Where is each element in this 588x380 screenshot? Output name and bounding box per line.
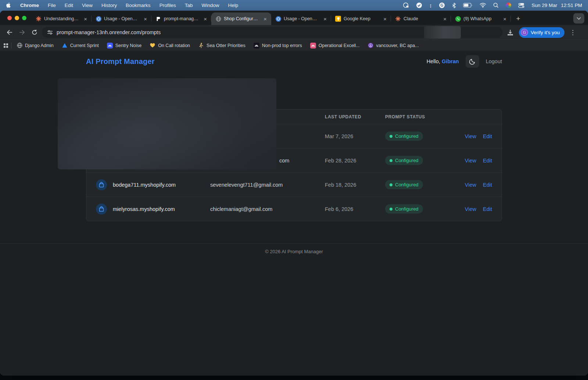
zoom-window-button[interactable] (22, 16, 26, 20)
verify-its-you-button[interactable]: G Verify it's you (519, 27, 564, 38)
last-updated: Mar 7, 2026 (325, 133, 385, 139)
bookmark-on-call-rotation[interactable]: On Call rotation (150, 43, 190, 49)
menu-file[interactable]: File (48, 3, 56, 8)
edit-link[interactable]: Edit (483, 206, 492, 212)
tab-shop-configurations-active[interactable]: Shop Configurations × (211, 12, 271, 25)
tab-understanding-dags[interactable]: Understanding DAGs × (32, 12, 92, 25)
vpn-lock-icon[interactable] (403, 2, 409, 9)
view-link[interactable]: View (465, 158, 476, 164)
menu-help[interactable]: Help (228, 3, 238, 8)
logout-link[interactable]: Logout (486, 58, 502, 64)
bookmark-sentry-noise[interactable]: Sentry Noise (107, 43, 142, 49)
running-person-icon (198, 43, 204, 49)
download-icon[interactable] (505, 27, 515, 37)
bookmark-vancouver-bc[interactable]: vancouver, BC apa... (368, 43, 419, 49)
sentry-dark-icon (254, 43, 259, 49)
shop-email: chiclemaniagt@gmail.com (210, 206, 325, 212)
tab-google-keep[interactable]: Google Keep × (331, 12, 391, 25)
openai-icon (275, 16, 281, 22)
close-tab-icon[interactable]: × (382, 16, 388, 22)
menu-bookmarks[interactable]: Bookmarks (126, 3, 151, 8)
view-link[interactable]: View (465, 206, 476, 212)
tab-whatsapp[interactable]: (9) WhatsApp × (451, 12, 511, 25)
browser-toolbar: prompt-manager-13nh.onrender.com/prompts… (0, 25, 588, 40)
tab-claude[interactable]: Claude × (391, 12, 451, 25)
edit-link[interactable]: Edit (483, 133, 492, 139)
avatar: G (521, 29, 528, 36)
updown-arrows-icon[interactable]: ↕ (429, 2, 432, 9)
g-app-icon[interactable]: G (439, 2, 445, 9)
tab-strip: Understanding DAGs × Usage - OpenAI API … (0, 11, 588, 25)
apps-grid-icon[interactable] (4, 43, 8, 48)
url-text: prompt-manager-13nh.onrender.com/prompts (57, 29, 161, 35)
greeting-text: Hello, Gibran (427, 58, 459, 64)
menu-history[interactable]: History (101, 3, 117, 8)
url-address-bar[interactable]: prompt-manager-13nh.onrender.com/prompts (42, 27, 503, 38)
close-window-button[interactable] (7, 16, 12, 20)
close-tab-icon[interactable]: × (202, 16, 208, 22)
reload-button[interactable] (29, 27, 40, 37)
new-tab-button[interactable]: + (513, 14, 523, 24)
close-tab-icon[interactable]: × (262, 16, 268, 22)
status-badge: Configured (385, 180, 423, 189)
menu-window[interactable]: Window (201, 3, 219, 8)
close-tab-icon[interactable]: × (82, 16, 89, 22)
tab-openai-usage-1[interactable]: Usage - OpenAI API × (92, 12, 151, 25)
status-badge: Configured (385, 204, 423, 214)
browser-menu-icon[interactable]: ⋮ (568, 29, 577, 36)
app-header: AI Prompt Manager Hello, Gibran Logout (86, 51, 502, 72)
spotlight-search-icon[interactable] (493, 2, 499, 9)
battery-icon[interactable] (463, 2, 473, 9)
menubar-clock[interactable]: Sun 29 Mar12:51 PM (531, 3, 582, 8)
view-link[interactable]: View (465, 133, 476, 139)
keep-bulb-icon (335, 16, 341, 22)
close-tab-icon[interactable]: × (142, 16, 148, 22)
bookmark-sea-otter-priorities[interactable]: Sea Otter Priorities (198, 43, 245, 49)
triangle-icon (62, 43, 68, 49)
menu-tab[interactable]: Tab (185, 3, 193, 8)
edit-link[interactable]: Edit (483, 182, 492, 188)
close-tab-icon[interactable]: × (442, 16, 448, 22)
edit-link[interactable]: Edit (483, 158, 492, 164)
moon-icon (469, 58, 476, 65)
divider (11, 43, 11, 49)
bookmark-django-admin[interactable]: Django Admin (17, 43, 54, 49)
site-settings-icon[interactable] (47, 30, 53, 35)
back-button[interactable] (4, 27, 15, 37)
forward-button[interactable] (17, 27, 27, 37)
heart-icon (150, 43, 155, 49)
tab-prompt-manager[interactable]: prompt-manager · \ × (151, 12, 211, 25)
shop-domain: bodega711.myshopify.com (113, 182, 176, 188)
whatsapp-icon (455, 16, 461, 22)
shop-bag-icon (96, 204, 107, 215)
view-link[interactable]: View (465, 182, 476, 188)
bookmarks-bar: Django Admin Current Sprint Sentry Noise… (0, 40, 588, 51)
redacted-blur-region (58, 78, 276, 169)
dark-mode-toggle[interactable] (466, 55, 479, 68)
shop-email: sevenelevengt711@gmail.com (210, 182, 325, 188)
close-tab-icon[interactable]: × (502, 16, 508, 22)
menu-profiles[interactable]: Profiles (159, 3, 176, 8)
svg-text:G: G (441, 3, 444, 7)
menubar-app-name[interactable]: Chrome (20, 3, 39, 8)
bookmark-operational-excellence[interactable]: Operational Excell... (310, 43, 360, 49)
bookmark-current-sprint[interactable]: Current Sprint (62, 43, 99, 49)
control-center-icon[interactable] (518, 2, 524, 9)
apple-logo-icon[interactable] (6, 2, 11, 9)
last-updated: Feb 6, 2026 (325, 206, 385, 212)
wifi-icon[interactable] (480, 2, 486, 9)
check-circle-icon[interactable] (416, 2, 422, 9)
menu-view[interactable]: View (82, 3, 93, 8)
last-updated: Feb 18, 2026 (325, 182, 385, 188)
menu-edit[interactable]: Edit (65, 3, 73, 8)
profile-color-icon[interactable] (506, 3, 511, 8)
bluetooth-icon[interactable] (452, 2, 456, 9)
bookmark-non-prod-top-errors[interactable]: Non-prod top errors (254, 43, 302, 49)
peace-icon (368, 43, 374, 49)
close-tab-icon[interactable]: × (322, 16, 328, 22)
shop-bag-icon (96, 179, 107, 190)
minimize-window-button[interactable] (15, 16, 19, 20)
tab-openai-usage-2[interactable]: Usage - OpenAI API × (271, 12, 331, 25)
browser-window: Understanding DAGs × Usage - OpenAI API … (0, 11, 588, 376)
tab-search-button[interactable] (573, 13, 584, 24)
